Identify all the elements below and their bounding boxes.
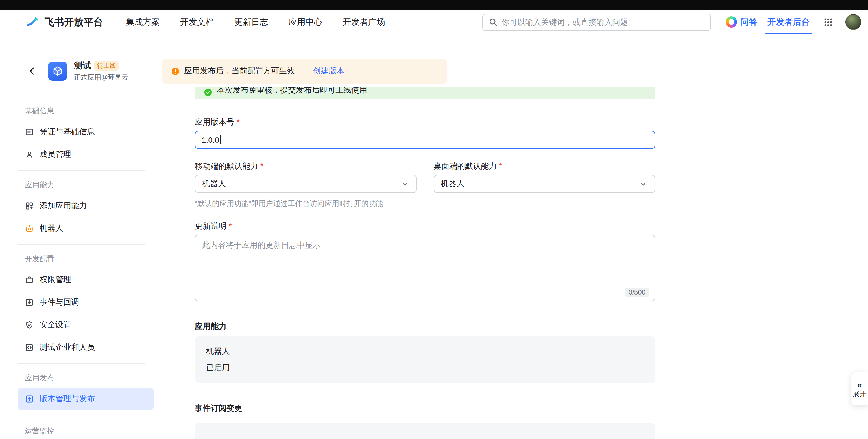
release-notes-placeholder: 此内容将于应用的更新日志中显示 [202,240,648,250]
success-banner-text: 本次发布免审核，提交发布后即可上线使用 [217,87,367,95]
user-avatar[interactable] [845,14,861,30]
desktop-capability-value: 机器人 [441,179,465,189]
required-asterisk: * [499,161,502,172]
mobile-capability-field: 移动端的默认能力 * 机器人 [195,161,416,193]
sidebar-item-label: 测试企业和人员 [39,342,95,353]
sidebar-nav: 基础信息 凭证与基础信息 成员管理 应用能力 [18,87,154,439]
main-content: 本次发布免审核，提交发布后即可上线使用 应用版本号 * 1.0.0 移动端的默认… [195,87,655,439]
sidebar-item-version-release[interactable]: 版本管理与发布 [18,387,154,410]
sidebar-item-label: 事件与回调 [39,297,79,307]
required-asterisk: * [260,161,264,172]
members-icon [25,150,34,159]
desktop-capability-select[interactable]: 机器人 [433,175,655,193]
warning-icon [171,67,180,75]
mobile-capability-value: 机器人 [202,179,226,189]
feishu-logo-icon [25,15,40,29]
expand-panel-button[interactable]: « 展开 [851,372,868,405]
create-version-link[interactable]: 创建版本 [313,66,344,76]
app-subtitle: 正式应用@环界云 [74,72,159,82]
sidebar-item-add-capability[interactable]: 添加应用能力 [18,195,154,217]
robot-icon [25,224,34,233]
mobile-capability-select[interactable]: 机器人 [195,175,416,193]
capability-panel: 机器人 已启用 [195,336,655,383]
desktop-capability-label: 桌面端的默认能力 * [433,161,655,172]
test-users-icon [25,343,34,352]
sidebar-item-members[interactable]: 成员管理 [18,143,154,166]
global-search[interactable] [482,13,711,31]
nav-item-docs[interactable]: 开发文档 [180,16,214,27]
status-badge: 待上线 [94,61,119,70]
sidebar-item-label: 成员管理 [39,149,71,160]
mobile-capability-label: 移动端的默认能力 * [195,161,416,172]
apps-grid-button[interactable] [824,17,833,27]
app-cube-icon [48,62,67,81]
sidebar-section-release: 应用发布 [18,368,154,387]
sidebar-divider [18,244,145,245]
version-input[interactable]: 1.0.0 [195,131,655,149]
developer-console-label: 开发者后台 [768,16,810,27]
sidebar-section-basic-info: 基础信息 [18,102,154,121]
text-caret [220,135,220,144]
search-input[interactable] [501,18,705,27]
version-release-icon [25,395,34,403]
permission-icon [25,275,34,284]
notice-text: 应用发布后，当前配置方可生效 [184,66,295,76]
sidebar-item-security[interactable]: 安全设置 [18,314,154,336]
credential-icon [25,128,34,137]
chevron-left-icon [27,66,37,76]
events-panel [195,423,655,439]
nav-item-integrations[interactable]: 集成方案 [126,16,160,27]
nav-item-developer-plaza[interactable]: 开发者广场 [343,16,385,27]
sidebar-item-permissions[interactable]: 权限管理 [18,269,154,291]
sidebar-item-label: 版本管理与发布 [39,394,95,404]
nav-item-changelog[interactable]: 更新日志 [235,16,268,27]
sidebar-item-test-users[interactable]: 测试企业和人员 [18,336,154,359]
sidebar-item-label: 添加应用能力 [39,201,87,211]
release-notes-textarea[interactable]: 此内容将于应用的更新日志中显示 0/500 [195,235,655,301]
sidebar-divider [18,363,145,364]
default-capability-row: 移动端的默认能力 * 机器人 桌面端的默认能力 * [195,161,655,193]
version-label: 应用版本号 * [195,117,655,128]
qa-ring-icon [726,16,737,28]
version-input-value: 1.0.0 [202,135,219,144]
char-counter: 0/500 [625,288,649,297]
qa-label: 问答 [740,16,757,27]
events-section-title: 事件订阅变更 [195,403,655,414]
app-meta: 测试 待上线 正式应用@环界云 [74,60,159,82]
qa-link[interactable]: 问答 [726,16,757,28]
check-circle-icon [204,88,212,97]
double-chevron-left-icon: « [857,380,862,389]
brand-title: 飞书开放平台 [44,15,103,29]
sidebar-item-events-callback[interactable]: 事件与回调 [18,291,154,314]
sidebar-item-label: 权限管理 [39,275,71,285]
required-asterisk: * [237,117,240,128]
expand-label: 展开 [853,391,866,397]
back-button[interactable] [25,64,39,78]
developer-console-tab[interactable]: 开发者后台 [768,9,810,34]
search-icon [489,18,498,27]
release-notes-label: 更新说明 * [195,221,655,231]
sidebar-item-credentials[interactable]: 凭证与基础信息 [18,121,154,143]
sidebar-item-label: 凭证与基础信息 [39,127,95,137]
event-callback-icon [25,298,34,307]
capability-name: 机器人 [206,346,644,357]
sidebar-section-ops-monitor: 运营监控 [18,421,154,439]
add-capability-icon [25,201,34,210]
capability-hint: “默认的应用功能”即用户通过工作台访问应用时打开的功能 [195,199,655,209]
page-root: 飞书开放平台 集成方案 开发文档 更新日志 应用中心 开发者广场 问答 开发者后… [0,0,868,439]
security-icon [25,320,34,330]
sidebar-item-label: 机器人 [39,224,63,234]
app-header-bar: 测试 待上线 正式应用@环界云 应用发布后，当前配置方可生效 创建版本 [0,55,868,87]
app-name: 测试 [74,60,91,71]
top-navigation-bar: 飞书开放平台 集成方案 开发文档 更新日志 应用中心 开发者广场 问答 开发者后… [0,9,868,34]
sidebar-divider [18,170,145,171]
sidebar-section-dev-config: 开发配置 [18,249,154,269]
success-banner: 本次发布免审核，提交发布后即可上线使用 [195,87,655,99]
sidebar-item-bot[interactable]: 机器人 [18,217,154,240]
main-nav: 集成方案 开发文档 更新日志 应用中心 开发者广场 [126,16,385,27]
feishu-logo-brand[interactable]: 飞书开放平台 [25,15,103,29]
sidebar-section-capabilities: 应用能力 [18,175,154,195]
nav-item-app-center[interactable]: 应用中心 [288,16,322,27]
required-asterisk: * [229,221,232,231]
publish-notice-banner: 应用发布后，当前配置方可生效 创建版本 [162,58,447,84]
